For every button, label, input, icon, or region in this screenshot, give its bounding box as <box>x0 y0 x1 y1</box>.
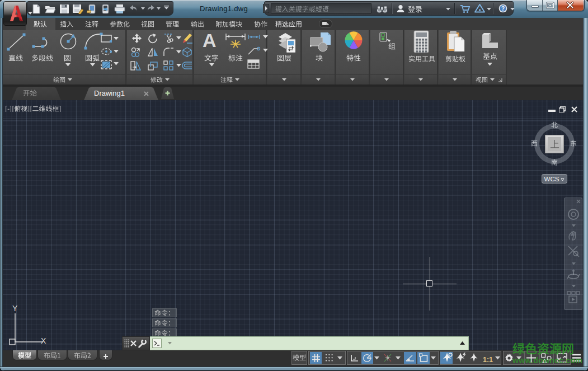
svg-text:?: ? <box>501 6 505 12</box>
svg-text:X: X <box>41 336 46 345</box>
svg-text:Y: Y <box>12 304 18 313</box>
